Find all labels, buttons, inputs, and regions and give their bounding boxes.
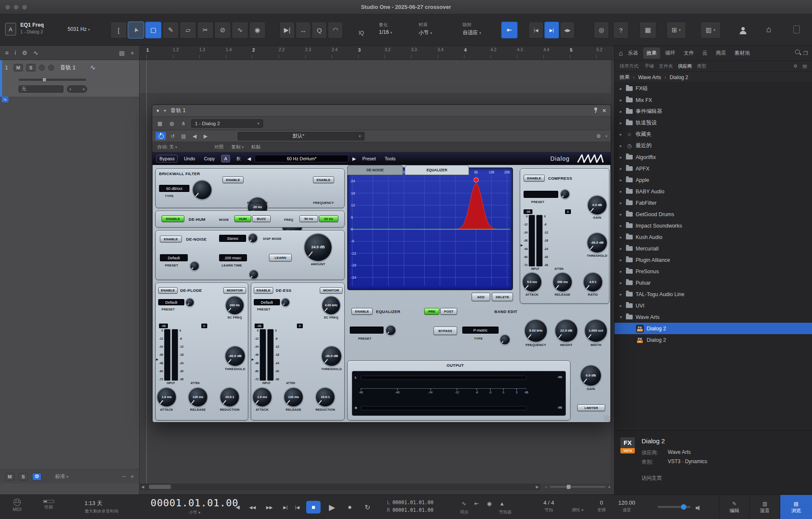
browser-tree-item[interactable]: ▸Kush Audio [614, 231, 812, 243]
insert-blocks-icon[interactable]: ▦ [156, 119, 164, 128]
minimize-window-button[interactable] [14, 5, 19, 10]
deess-enable-button[interactable]: ENABLE [254, 287, 273, 294]
chevron-down-icon[interactable]: ▾ [605, 134, 607, 138]
sort-folder[interactable]: 文件夹 [659, 63, 673, 69]
maximize-window-button[interactable] [22, 5, 27, 10]
nudge-back-button[interactable]: ◀ [230, 501, 245, 514]
scroll-left-button[interactable]: ◀ [141, 485, 144, 489]
plugin-window[interactable]: ▾ + 音轨 1 ✕ ▦ ◍ ⋔ 1 - Dialog 2 ▾ ↺ ▤ ◀ ▶ … [152, 104, 611, 423]
close-plugin-button[interactable]: ✕ [602, 107, 606, 114]
automation-mode-dropdown[interactable]: 自动: 关 ▾ [157, 144, 177, 150]
timeline-ruler[interactable]: 11.21.31.422.22.32.433.23.33.444.24.34.4… [140, 46, 614, 60]
browser-tree-item[interactable]: ▸Impact Soundworks [614, 220, 812, 231]
eq-bypass-button[interactable]: BYPASS [433, 327, 457, 335]
event-end-button[interactable]: ▶| [544, 22, 559, 38]
previous-preset-button[interactable]: ◀ [190, 132, 199, 140]
browser-tree-item[interactable]: ▸Plugin Alliance [614, 254, 812, 266]
denoise-display-tab[interactable]: DE-NOISE [347, 165, 403, 175]
denoise-amount-knob[interactable]: 24.0 dB AMOUNT [304, 234, 332, 266]
edit-view-button[interactable]: ✎ 编辑 [719, 495, 749, 519]
lowcut-enable-button[interactable]: ENABLE [222, 176, 244, 183]
eq-type-knob[interactable] [500, 335, 510, 344]
deess-monitor-button[interactable]: MONITOR [320, 287, 343, 294]
tab-pool[interactable]: 素材池 [731, 47, 753, 59]
track-mute-button[interactable]: M [14, 64, 23, 71]
zoom-in-tracks-button[interactable]: + [130, 473, 134, 481]
band-height-knob[interactable]: 22.9 dB HEIGHT [555, 320, 577, 347]
eq-post-button[interactable]: POST [440, 308, 457, 315]
macro-grid-button[interactable]: ⊞ ▾ [667, 22, 686, 38]
add-track-button[interactable]: + [131, 49, 134, 56]
pencil-tool-button[interactable]: ✎ [162, 22, 179, 38]
keyboard-panel-button[interactable]: ▦ [639, 22, 656, 38]
monitor-button[interactable] [48, 65, 54, 71]
sort-settings-icon[interactable]: ⚙ [793, 63, 798, 69]
record-arm-button[interactable] [39, 65, 45, 71]
mixer-panel-button[interactable]: ▥ ▾ [700, 22, 721, 38]
browser-tree-item[interactable]: FXAUDialog 2 [614, 334, 812, 346]
metronome-icon[interactable]: ▲ [497, 499, 507, 508]
deplode-reduction-knob[interactable]: 10.0:1 REDUCTION [220, 388, 239, 412]
param-value-dropdown[interactable]: 5031 Hz ▾ [68, 26, 90, 32]
browser-tree-item[interactable]: FXVST3Dialog 2 [614, 323, 812, 334]
add-band-button[interactable]: ADD [472, 293, 490, 301]
wa-tools-button[interactable]: Tools [382, 155, 398, 162]
browser-tree-item[interactable]: ▸FX链 [614, 83, 812, 94]
stop-button[interactable]: ■ [306, 501, 321, 514]
master-volume-slider[interactable] [658, 506, 691, 508]
browser-tree-item[interactable]: ▸BABY Audio [614, 186, 812, 197]
inspector-icon[interactable]: i [14, 49, 16, 56]
zoom-out-button[interactable]: − [545, 484, 547, 489]
visit-homepage-link[interactable]: 访问主页 [642, 475, 662, 482]
output-gain-knob[interactable]: 0.0 dB GAIN [581, 365, 601, 391]
deplode-attack-knob[interactable]: 1.0 ms ATTACK [157, 388, 176, 412]
gear-icon[interactable]: ⚙ [594, 132, 603, 140]
playhead-position-display[interactable]: 00001.01.01.00 小节 ▾ [154, 497, 235, 516]
insert-bypass-icon[interactable]: ◍ [167, 119, 176, 128]
playhead[interactable] [146, 60, 147, 483]
threshold-marker[interactable]: ▶ [252, 358, 254, 361]
denoise-mode-knob[interactable] [249, 234, 257, 242]
chevron-icon[interactable]: ▸ [619, 235, 623, 239]
preset-file-icon[interactable]: ▤ [179, 132, 188, 140]
deess-preset-knob[interactable] [282, 299, 289, 306]
track-meter-toggle[interactable]: ◐▾ [67, 85, 87, 93]
chevron-icon[interactable]: ▸ [619, 166, 623, 171]
quantize-dropdown[interactable]: 量化 1/16 ▾ [379, 22, 392, 35]
browser-tree-item[interactable]: ▸Algoriffix [614, 151, 812, 163]
compress-attack-knob[interactable]: 5.0 ms ATTACK [523, 273, 541, 297]
tab-cloud[interactable]: 云 [699, 47, 711, 59]
wa-preset-menu-button[interactable]: Preset [360, 155, 379, 162]
fast-forward-button[interactable]: ▶▶ [262, 501, 277, 514]
tab-instruments[interactable]: 乐器 [625, 47, 642, 59]
tempo[interactable]: 120.00 速度 [618, 500, 635, 513]
hand-scroll-button[interactable]: ↔ [296, 22, 311, 38]
tab-files[interactable]: 文件 [680, 47, 697, 59]
track-insert-selector[interactable]: 无 [19, 85, 63, 93]
power-button[interactable]: ⏼ [32, 473, 41, 481]
next-preset-button[interactable]: ▶ [201, 132, 210, 140]
dehum-enable-button[interactable]: ENABLE [162, 215, 184, 222]
threshold-marker[interactable]: ▶ [156, 358, 158, 361]
track-lane[interactable] [140, 60, 611, 94]
deess-scfreq-knob[interactable]: 4.00 kHz SC FREQ [322, 297, 340, 319]
copy-button[interactable]: 复制 ▾ [231, 144, 244, 150]
plugin-power-button[interactable] [156, 132, 166, 140]
band-frequency-knob[interactable]: 5.03 kHz FREQUENCY [525, 320, 547, 347]
deplode-monitor-button[interactable]: MONITOR [223, 287, 246, 294]
ab-b-button[interactable]: B: [234, 155, 243, 162]
track-solo-button[interactable]: S [26, 64, 36, 71]
bend-tool-button[interactable]: ∿ [232, 22, 248, 38]
document-button[interactable] [793, 25, 800, 35]
user-account-button[interactable] [739, 27, 747, 36]
event-range-button[interactable]: ◀▶ [560, 22, 575, 38]
range-tool-button[interactable]: [ [110, 22, 127, 38]
compress-threshold-knob[interactable]: -36.0 dB THRESHOLD [587, 233, 607, 258]
compress-ratio-knob[interactable]: 4.0:1 RATIO [584, 273, 602, 297]
insert-slot-dropdown[interactable]: 1 - Dialog 2 ▾ [191, 119, 263, 128]
sort-vendor[interactable]: 供应商 [678, 63, 692, 69]
hum-mode-button[interactable]: HUM [234, 215, 251, 222]
tab-loops[interactable]: 循环 [662, 47, 679, 59]
resize-grip[interactable] [604, 415, 610, 421]
denoise-preset-knob[interactable] [190, 262, 199, 270]
